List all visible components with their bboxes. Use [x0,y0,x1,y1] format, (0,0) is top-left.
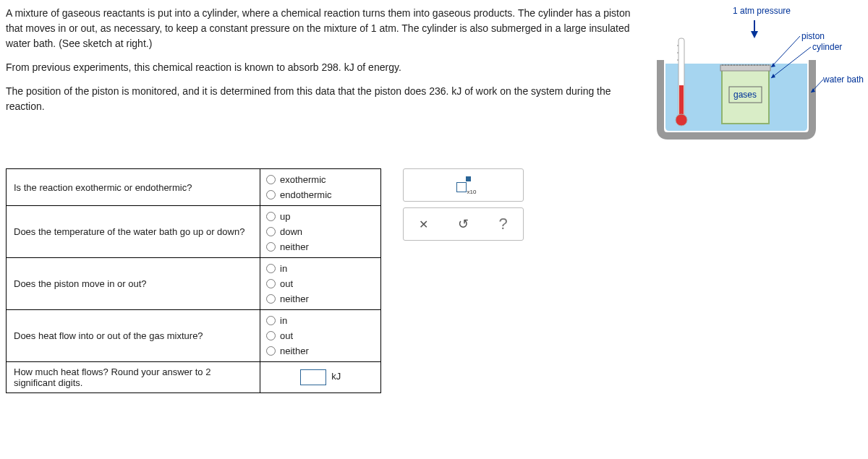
problem-paragraph-1: A mixture of gaseous reactants is put in… [6,6,635,51]
q5-answer: kJ [260,362,381,393]
heat-input[interactable] [300,369,326,385]
q2-answers: up down neither [260,206,381,258]
q3-answers: in out neither [260,258,381,310]
q4-text: Does heat flow into or out of the gas mi… [7,310,260,362]
help-button[interactable]: ? [483,208,522,240]
q4-opt-in[interactable] [266,316,276,325]
undo-icon: ↺ [458,216,469,232]
q2-opt-down[interactable] [266,227,276,236]
sci-notation-button[interactable]: x10 [443,169,482,201]
svg-rect-1 [720,65,770,71]
svg-point-14 [676,114,687,126]
apparatus-diagram: 1 atm pressure piston cylinder water bat… [650,6,859,140]
problem-text: A mixture of gaseous reactants is put in… [6,6,635,140]
q2-text: Does the temperature of the water bath g… [7,206,260,258]
q1-text: Is the reaction exothermic or endothermi… [7,169,260,206]
q1-opt-endothermic[interactable] [266,190,276,200]
tool-palette: x10 ✕ ↺ ? [403,168,524,241]
q4-opt-neither[interactable] [266,346,276,356]
diagram-svg: gases [650,6,852,140]
reset-button[interactable]: ↺ [443,208,482,240]
problem-paragraph-2: From previous experiments, this chemical… [6,60,635,75]
svg-marker-5 [751,31,758,38]
q5-text: How much heat flows? Round your answer t… [7,362,260,393]
q1-opt-exothermic[interactable] [266,175,276,184]
q2-opt-neither[interactable] [266,242,276,252]
svg-rect-13 [679,85,684,116]
q4-opt-out[interactable] [266,331,276,340]
q2-opt-up[interactable] [266,212,276,221]
svg-line-6 [771,36,800,67]
q4-answers: in out neither [260,310,381,362]
heat-unit: kJ [331,371,341,382]
question-table: Is the reaction exothermic or endothermi… [6,168,381,393]
q3-text: Does the piston move in or out? [7,258,260,310]
pressure-label: 1 atm pressure [733,6,791,16]
q1-answers: exothermic endothermic [260,169,381,206]
cylinder-label: cylinder [812,42,842,52]
clear-button[interactable]: ✕ [404,208,443,240]
q3-opt-in[interactable] [266,264,276,273]
waterbath-label: water bath [823,74,864,85]
gases-label-svg: gases [733,90,757,100]
problem-paragraph-3: The position of the piston is monitored,… [6,84,635,114]
piston-label: piston [801,31,825,41]
close-icon: ✕ [419,218,428,231]
q3-opt-out[interactable] [266,279,276,288]
help-icon: ? [498,215,507,233]
q3-opt-neither[interactable] [266,294,276,304]
